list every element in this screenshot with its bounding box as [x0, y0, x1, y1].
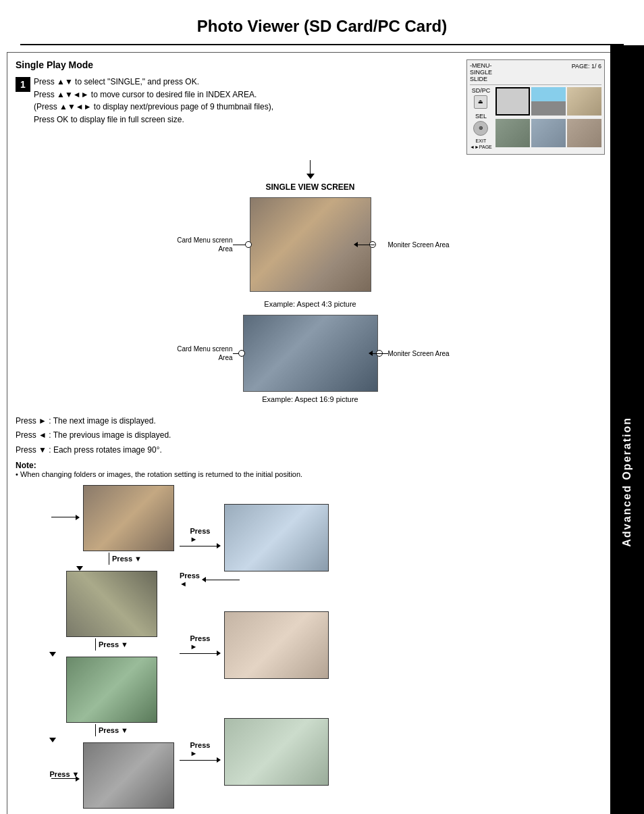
single-view-label: SINGLE VIEW SCREEN — [265, 182, 354, 192]
press-left-label: Press ◄ — [180, 571, 200, 588]
press-instructions: Press ► : The next image is displayed. P… — [16, 414, 605, 458]
press-down-2: Press ▼ — [99, 640, 128, 648]
image-flow-diagram: Press ▼ Press ▼ — [16, 485, 605, 814]
result-img-birds — [224, 504, 329, 571]
sidebar-label: Advanced Operation — [621, 417, 633, 546]
note-section: Note: • When changing folders or images,… — [16, 461, 605, 478]
view-image-169 — [243, 315, 378, 392]
thumbnail-grid-container: -MENU- SINGLE SLIDE PAGE: 1/ 6 SD/PC ⏏ S… — [466, 59, 605, 155]
aspect-169-label: Example: Aspect 16:9 picture — [262, 395, 358, 403]
press-right-2: Press ► — [190, 634, 211, 651]
monitor-label-169: Moniter Screen Area — [388, 349, 452, 357]
aspect-43-label: Example: Aspect 4:3 picture — [264, 300, 356, 308]
note-text: • When changing folders or images, the r… — [16, 470, 605, 478]
step-number: 1 — [16, 77, 30, 92]
press-right-3: Press ► — [190, 741, 211, 757]
note-title: Note: — [16, 461, 605, 470]
flow-img-cat — [83, 742, 174, 809]
card-menu-label-169: Card Menu screnn Area — [169, 345, 233, 362]
flow-img-dog1 — [83, 485, 174, 551]
step-content: Press ▲▼ to select "SINGLE," and press O… — [34, 76, 273, 126]
mode-title: Single Play Mode — [16, 59, 460, 70]
flow-img-dog3 — [66, 657, 157, 723]
result-img-3 — [224, 718, 329, 786]
flow-img-dog2 — [66, 571, 157, 637]
page-title: Photo Viewer (SD Card/PC Card) — [20, 0, 624, 45]
thumbnail-page-label: PAGE: 1/ 6 — [572, 63, 601, 83]
press-down-3: Press ▼ — [99, 726, 128, 734]
content-box: Single Play Mode 1 Press ▲▼ to select "S… — [7, 52, 614, 814]
tri-down-1 — [306, 174, 315, 179]
press-down-1: Press ▼ — [112, 555, 142, 563]
press-right-1: Press ► — [190, 527, 211, 543]
result-img-2 — [224, 611, 329, 679]
right-sidebar: Advanced Operation — [610, 45, 644, 814]
view-image-43 — [250, 197, 371, 292]
press-down-4-left: Press ▼ — [50, 770, 80, 778]
card-menu-label-43: Card Menu screnn Area — [169, 236, 233, 253]
monitor-label-43: Moniter Screen Area — [388, 240, 452, 249]
